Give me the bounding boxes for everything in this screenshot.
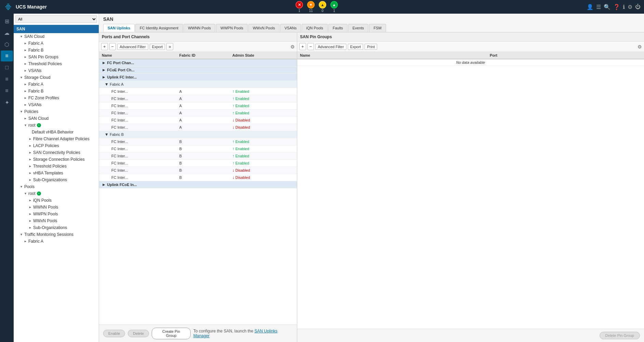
tree-item-vhba-templates[interactable]: ► vHBA Templates (14, 170, 99, 176)
ports-table-scroll[interactable]: Name Fabric ID Admin State ► FC Port Cha… (99, 52, 297, 325)
tree-item-sub-orgs-pools[interactable]: ► Sub-Organizations (14, 224, 99, 231)
tree-item-threshold-policies-san[interactable]: ► Threshold Policies (14, 60, 99, 67)
tree-item-san-cloud-policies[interactable]: ► SAN Cloud (14, 115, 99, 122)
tree-item-sub-orgs-policies[interactable]: ► Sub-Organizations (14, 176, 99, 183)
table-row[interactable]: FC Inter... B ↑ Enabled (99, 160, 297, 167)
table-row[interactable]: ▼ Fabric A (99, 81, 297, 88)
table-row[interactable]: FC Inter... A ↑ Enabled (99, 88, 297, 95)
tree-item-root-pools[interactable]: ▼ root + (14, 190, 99, 197)
ports-remove-btn[interactable]: − (109, 43, 116, 50)
status-normal[interactable]: ▲ 1 (330, 1, 338, 13)
tree-item-fabric-b-san[interactable]: ► Fabric B (14, 47, 99, 54)
pin-remove-btn[interactable]: − (307, 43, 314, 50)
tree-item-iqn-pools[interactable]: ► iQN Pools (14, 197, 99, 204)
tree-item-vsans-storage[interactable]: ► VSANs (14, 101, 99, 108)
nav-servers[interactable]: ≡ (1, 51, 13, 61)
table-row[interactable]: FC Inter... A ↓ Disabled (99, 124, 297, 131)
tree-item-san-connectivity[interactable]: ► SAN Connectivity Policies (14, 149, 99, 156)
create-pin-group-btn[interactable]: Create Pin Group (152, 328, 191, 339)
tree-item-root-policies[interactable]: ▼ root + (14, 122, 99, 129)
nav-cloud[interactable]: ☁ (1, 27, 13, 38)
tab-vsans[interactable]: VSANs (280, 24, 301, 32)
table-row[interactable]: FC Inter... A ↑ Enabled (99, 95, 297, 102)
table-row[interactable]: FC Inter... B ↓ Disabled (99, 167, 297, 174)
table-row[interactable]: FC Inter... A ↑ Enabled (99, 110, 297, 117)
tab-san-uplinks[interactable]: SAN Uplinks (103, 24, 135, 32)
tree-item-policies[interactable]: ▼ Policies (14, 108, 99, 115)
tab-faults[interactable]: Faults (328, 24, 347, 32)
pin-groups-table-scroll[interactable]: Name Port No data available (297, 52, 644, 329)
ports-gear-icon[interactable]: ⚙ (290, 44, 295, 49)
tab-fc-identity-assignment[interactable]: FC Identity Assignment (135, 24, 183, 32)
nav-dashboard[interactable]: ⊞ (1, 16, 13, 27)
info-icon[interactable]: ℹ (623, 4, 625, 10)
table-row[interactable]: FC Inter... A ↑ Enabled (99, 102, 297, 110)
settings-icon[interactable]: ⚙ (628, 4, 632, 10)
menu-icon[interactable]: ☰ (596, 4, 601, 10)
tab-wwpn-pools[interactable]: WWPN Pools (216, 24, 248, 32)
tree-item-fabric-a-traffic[interactable]: ► Fabric A (14, 238, 99, 245)
user-icon[interactable]: 👤 (587, 4, 593, 10)
tree-item-fc-adapter[interactable]: ► Fibre Channel Adapter Policies (14, 136, 99, 142)
tree-item-label: WWNN Pools (33, 205, 58, 210)
pin-print-btn[interactable]: Print (365, 44, 377, 50)
tree-item-wwpn-pools[interactable]: ► WWPN Pools (14, 211, 99, 217)
nav-admin[interactable]: ✦ (1, 97, 13, 108)
power-icon[interactable]: ⏻ (635, 4, 641, 10)
pin-gear-icon[interactable]: ⚙ (638, 44, 642, 49)
tab-iqn-pools[interactable]: iQN Pools (302, 24, 328, 32)
tree-item-fabric-a-storage[interactable]: ► Fabric A (14, 81, 99, 88)
table-row[interactable]: FC Inter... B ↑ Enabled (99, 145, 297, 153)
help-icon[interactable]: ❓ (613, 4, 620, 10)
tree-item-storage-connection[interactable]: ► Storage Connection Policies (14, 156, 99, 163)
tree-item-label: iQN Pools (33, 198, 52, 203)
tab-events[interactable]: Events (348, 24, 369, 32)
ports-advanced-filter-btn[interactable]: Advanced Filter (117, 44, 148, 50)
tree-item-vsans-san[interactable]: ► VSANs (14, 67, 99, 74)
tree-item-pools[interactable]: ▼ Pools (14, 183, 99, 190)
table-row[interactable]: FC Inter... B ↑ Enabled (99, 153, 297, 160)
tree-item-san-cloud[interactable]: ▼ SAN Cloud (14, 33, 99, 40)
ports-more-btn[interactable]: » (166, 43, 173, 50)
table-row[interactable]: ► FCoE Port Ch... (99, 67, 297, 74)
filter-dropdown[interactable]: All SAN LAN Storage (15, 15, 97, 23)
table-row[interactable]: ► Uplink FCoE In... (99, 181, 297, 188)
tree-item-wwnn-pools[interactable]: ► WWNN Pools (14, 204, 99, 211)
table-row[interactable]: ► FC Port Chan... (99, 59, 297, 67)
tree-item-san-pin-groups[interactable]: ► SAN Pin Groups (14, 54, 99, 60)
table-row[interactable]: ► Uplink FC Inter... (99, 74, 297, 81)
pin-add-btn[interactable]: + (299, 43, 306, 50)
nav-policies[interactable]: ≡ (1, 74, 13, 85)
delete-btn[interactable]: Delete (128, 330, 149, 337)
table-row[interactable]: ▼ Fabric B (99, 131, 297, 138)
table-row[interactable]: FC Inter... A ↓ Disabled (99, 117, 297, 124)
ports-add-btn[interactable]: + (101, 43, 108, 50)
tree-item-threshold-policies-root[interactable]: ► Threshold Policies (14, 163, 99, 170)
status-critical[interactable]: ✕ 1 (296, 1, 303, 13)
nav-network[interactable]: ⬡ (1, 39, 13, 50)
tree-item-default-vhba[interactable]: Default vHBA Behavior (14, 129, 99, 136)
pin-advanced-filter-btn[interactable]: Advanced Filter (315, 44, 346, 50)
enable-btn[interactable]: Enable (103, 330, 125, 337)
tree-item-traffic-monitoring[interactable]: ▼ Traffic Monitoring Sessions (14, 231, 99, 238)
tree-item-storage-cloud[interactable]: ▼ Storage Cloud (14, 74, 99, 81)
tree-item-lacp-policies[interactable]: ► LACP Policies (14, 142, 99, 149)
pin-export-btn[interactable]: Export (348, 44, 364, 50)
nav-reports[interactable]: ≡ (1, 85, 13, 96)
delete-pin-group-btn[interactable]: Delete Pin Group (600, 332, 640, 339)
ports-export-btn[interactable]: Export (150, 44, 165, 50)
tree-section-san[interactable]: SAN (14, 25, 99, 33)
tab-wwxn-pools[interactable]: WWxN Pools (248, 24, 279, 32)
tree-item-wwxn-pools[interactable]: ► WWxN Pools (14, 217, 99, 224)
nav-storage[interactable]: □ (1, 62, 13, 73)
status-minor[interactable]: ▲ 0 (319, 1, 326, 13)
tree-item-fabric-b-storage[interactable]: ► Fabric B (14, 88, 99, 95)
tab-wwnn-pools[interactable]: WWNN Pools (183, 24, 215, 32)
search-icon[interactable]: 🔍 (604, 4, 611, 10)
tree-item-fabric-a-san[interactable]: ► Fabric A (14, 40, 99, 47)
table-row[interactable]: FC Inter... B ↓ Disabled (99, 174, 297, 181)
status-major[interactable]: ▼ 11 (307, 1, 315, 13)
tree-item-fc-zone-profiles[interactable]: ► FC Zone Profiles (14, 95, 99, 101)
tab-fsm[interactable]: FSM (369, 24, 386, 32)
table-row[interactable]: FC Inter... B ↑ Enabled (99, 138, 297, 145)
